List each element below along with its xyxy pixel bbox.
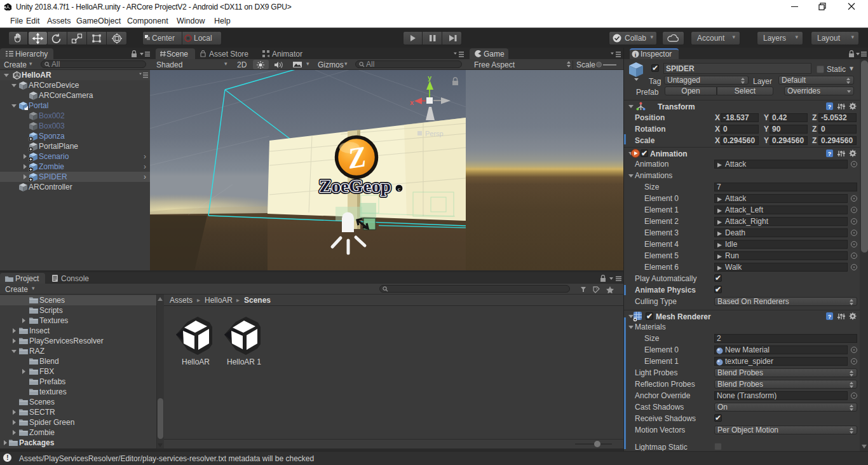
svg-text:?: ?: [828, 314, 832, 320]
svg-text:x: x: [410, 99, 414, 106]
svg-text:?: ?: [828, 151, 832, 157]
svg-text:?: ?: [828, 104, 832, 110]
svg-text:y: y: [428, 74, 432, 81]
svg-text:Persp: Persp: [425, 130, 444, 137]
svg-text:c: c: [398, 186, 400, 192]
svg-text:ZoeGeop: ZoeGeop: [319, 176, 391, 196]
